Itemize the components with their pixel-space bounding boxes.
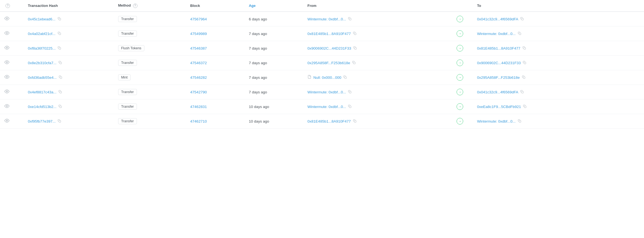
- row-to-cell: 0x9006902C...44D231F33: [473, 55, 644, 70]
- arrow-icon: →: [457, 89, 463, 95]
- to-link[interactable]: 0x81E485b1...8A910F477: [477, 46, 520, 50]
- svg-rect-2: [349, 18, 351, 20]
- row-block-cell: 47462831: [186, 99, 244, 114]
- eye-icon[interactable]: [4, 118, 9, 123]
- to-link[interactable]: Wintermute: 0xdbf...0...: [477, 119, 516, 123]
- row-age-cell: 7 days ago: [244, 41, 303, 55]
- svg-rect-15: [524, 62, 526, 64]
- copy-hash-icon[interactable]: [58, 119, 61, 123]
- eye-icon[interactable]: [4, 16, 9, 21]
- copy-to-icon[interactable]: [523, 46, 526, 50]
- row-eye-cell: [0, 85, 23, 99]
- copy-to-icon[interactable]: [518, 32, 521, 35]
- block-link[interactable]: 47546282: [190, 75, 207, 80]
- copy-from-icon[interactable]: [352, 61, 356, 64]
- copy-to-icon[interactable]: [520, 90, 524, 93]
- copy-from-icon[interactable]: [353, 46, 357, 50]
- block-link[interactable]: 47542790: [190, 90, 207, 94]
- copy-to-icon[interactable]: [523, 105, 526, 108]
- copy-from-icon[interactable]: [348, 17, 351, 20]
- method-badge: Transfer: [118, 118, 137, 124]
- svg-rect-9: [59, 47, 61, 49]
- age-text: 7 days ago: [249, 61, 267, 65]
- svg-point-28: [6, 120, 8, 121]
- tx-hash-link[interactable]: 0x4a02abf21cf...: [28, 32, 55, 36]
- row-method-cell: Transfer: [114, 99, 186, 114]
- copy-from-icon[interactable]: [353, 32, 356, 35]
- from-link[interactable]: 0x9006902C...44D231F33: [308, 46, 351, 50]
- copy-to-icon[interactable]: [520, 17, 524, 20]
- row-to-cell: 0x295A858F...F253b618e: [473, 70, 644, 85]
- from-link[interactable]: Wintermute: 0xdbf...0...: [308, 17, 346, 21]
- copy-hash-icon[interactable]: [58, 17, 61, 20]
- method-badge: Flush Tokens: [118, 45, 144, 51]
- svg-rect-17: [60, 77, 62, 79]
- to-link[interactable]: 0x041c32c9...4f6569dFA: [477, 17, 518, 21]
- method-help-icon[interactable]: ?: [133, 4, 137, 8]
- copy-from-icon[interactable]: [348, 90, 351, 93]
- row-age-cell: 7 days ago: [244, 26, 303, 41]
- copy-from-icon[interactable]: [343, 75, 347, 79]
- eye-icon[interactable]: [4, 89, 9, 94]
- from-link[interactable]: Null: 0x000...000: [313, 75, 341, 80]
- block-link[interactable]: 47462831: [190, 105, 207, 109]
- block-link[interactable]: 47546372: [190, 61, 207, 65]
- copy-from-icon[interactable]: [348, 105, 351, 108]
- eye-icon[interactable]: [4, 45, 9, 50]
- block-link[interactable]: 47549989: [190, 32, 207, 36]
- copy-hash-icon[interactable]: [58, 46, 61, 50]
- row-method-cell: Transfer: [114, 114, 186, 128]
- block-link[interactable]: 47546387: [190, 46, 207, 50]
- col-header-block: Block: [186, 0, 244, 12]
- from-link[interactable]: Wintermute: 0xdbf...0...: [308, 105, 346, 109]
- svg-rect-1: [59, 18, 61, 20]
- svg-point-4: [6, 33, 8, 34]
- tx-hash-link[interactable]: 0x8e2b310cfa7...: [28, 61, 57, 65]
- svg-rect-13: [60, 62, 62, 64]
- from-link[interactable]: Wintermute: 0xdbf...0...: [308, 90, 346, 94]
- tx-hash-link[interactable]: 0xe14cfd513b2...: [28, 105, 57, 109]
- row-age-cell: 10 days ago: [244, 99, 303, 114]
- tx-hash-link[interactable]: 0x45c1ebead6...: [28, 17, 55, 21]
- header-help-icon[interactable]: ?: [6, 4, 10, 8]
- from-link[interactable]: 0x81E485b1...8A910F477: [308, 119, 351, 123]
- copy-to-icon[interactable]: [522, 75, 525, 79]
- copy-hash-icon[interactable]: [58, 32, 61, 35]
- copy-to-icon[interactable]: [523, 61, 526, 64]
- arrow-icon: →: [457, 74, 463, 81]
- copy-hash-icon[interactable]: [59, 75, 62, 79]
- col-header-age: Age: [244, 0, 303, 12]
- row-age-cell: 6 days ago: [244, 12, 303, 26]
- to-link[interactable]: 0xeEa8c1F9...5CBdFb921: [477, 105, 521, 109]
- to-link[interactable]: 0x295A858F...F253b618e: [477, 75, 520, 80]
- eye-icon[interactable]: [4, 60, 9, 65]
- to-link[interactable]: 0x041c32c9...4f6569dFA: [477, 90, 518, 94]
- eye-icon[interactable]: [4, 74, 9, 79]
- row-to-cell: 0x041c32c9...4f6569dFA: [473, 85, 644, 99]
- row-hash-cell: 0x45c1ebead6...: [23, 12, 114, 26]
- row-arrow-cell: →: [447, 99, 473, 114]
- tx-hash-link[interactable]: 0x4ef8817c43a...: [28, 90, 57, 94]
- tx-hash-link[interactable]: 0xfd36adb55e4...: [28, 75, 57, 80]
- copy-hash-icon[interactable]: [59, 61, 62, 64]
- tx-hash-link[interactable]: 0xf95fb77e397...: [28, 119, 56, 123]
- eye-icon[interactable]: [4, 104, 9, 109]
- row-from-cell: 0x9006902C...44D231F33: [303, 41, 447, 55]
- eye-icon[interactable]: [4, 31, 9, 36]
- block-link[interactable]: 47462710: [190, 119, 207, 123]
- copy-hash-icon[interactable]: [59, 105, 62, 108]
- tx-hash-link[interactable]: 0xf8a36f70225...: [28, 46, 56, 50]
- arrow-icon: →: [457, 103, 463, 110]
- to-link[interactable]: Wintermute: 0xdbf...0...: [477, 32, 516, 36]
- copy-from-icon[interactable]: [353, 119, 356, 123]
- copy-to-icon[interactable]: [518, 119, 521, 123]
- from-link[interactable]: 0x295A858F...F253b618e: [308, 61, 350, 65]
- block-link[interactable]: 47567964: [190, 17, 207, 21]
- svg-rect-25: [60, 106, 62, 108]
- to-link[interactable]: 0x9006902C...44D231F33: [477, 61, 521, 65]
- table-row: 0x45c1ebead6... Transfer 47567964 6 days…: [0, 12, 644, 26]
- copy-hash-icon[interactable]: [59, 90, 62, 93]
- row-to-cell: 0x041c32c9...4f6569dFA: [473, 12, 644, 26]
- col-header-method: Method ?: [114, 0, 186, 12]
- from-link[interactable]: 0x81E485b1...8A910F477: [308, 32, 351, 36]
